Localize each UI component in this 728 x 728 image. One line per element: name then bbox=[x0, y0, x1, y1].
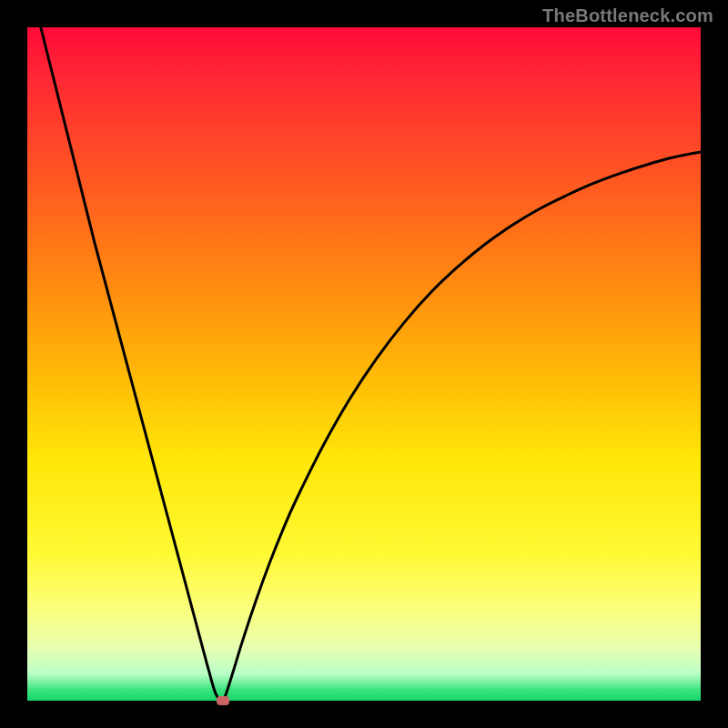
chart-container: TheBottleneck.com bbox=[0, 0, 728, 728]
chart-plot-area bbox=[27, 27, 701, 701]
watermark-text: TheBottleneck.com bbox=[542, 5, 713, 26]
